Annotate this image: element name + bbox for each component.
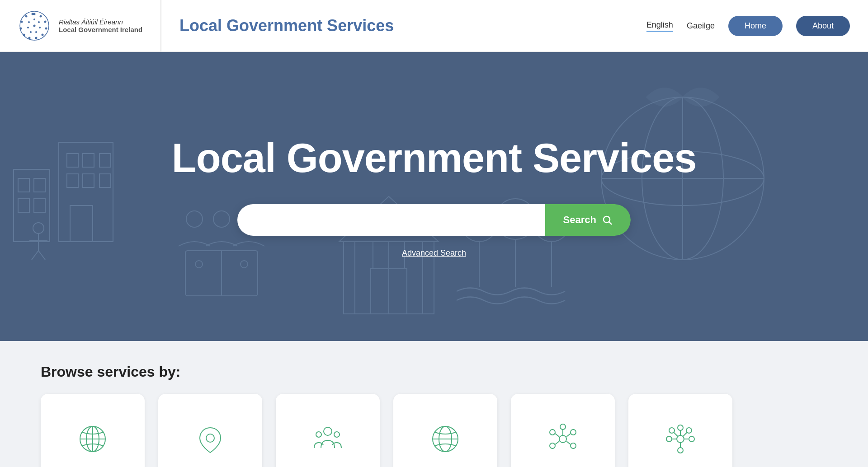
browse-card-network2[interactable]	[628, 394, 732, 467]
svg-line-38	[38, 251, 45, 260]
svg-point-17	[30, 31, 32, 33]
browse-card-globe1[interactable]	[41, 394, 145, 467]
search-button[interactable]: Search	[545, 204, 631, 236]
network2-icon	[665, 423, 696, 455]
hero-title: Local Government Services	[172, 135, 697, 182]
svg-point-89	[677, 435, 684, 443]
svg-point-78	[559, 435, 566, 443]
browse-title: Browse services by:	[41, 364, 827, 380]
language-gaeilge[interactable]: Gaeilge	[687, 21, 715, 31]
svg-point-2	[40, 15, 42, 18]
svg-rect-32	[99, 174, 111, 187]
svg-point-39	[186, 211, 203, 227]
svg-point-65	[604, 216, 610, 223]
header: Rialtas Áitiúil Éireann Local Government…	[0, 0, 868, 52]
svg-point-92	[678, 425, 683, 430]
language-english[interactable]: English	[646, 20, 673, 32]
logo-line2: Local Government Ireland	[59, 26, 142, 33]
hero-section: Local Government Services Search Advance…	[0, 52, 868, 341]
svg-point-3	[44, 21, 47, 23]
logo-text: Rialtas Áitiúil Éireann Local Government…	[59, 18, 142, 33]
network-icon	[547, 423, 579, 455]
hero-background-icons	[0, 52, 868, 341]
globe-icon	[77, 423, 108, 455]
svg-point-71	[206, 434, 214, 442]
browse-card-globe2[interactable]	[393, 394, 497, 467]
svg-point-34	[33, 223, 44, 234]
svg-point-19	[28, 21, 30, 23]
svg-point-80	[571, 430, 576, 435]
logo-section: Rialtas Áitiúil Éireann Local Government…	[18, 0, 161, 51]
logo-line1: Rialtas Áitiúil Éireann	[59, 18, 142, 26]
svg-rect-24	[34, 178, 45, 192]
search-button-label: Search	[563, 214, 596, 226]
svg-point-40	[213, 211, 230, 227]
browse-cards	[41, 394, 827, 467]
svg-point-20	[33, 25, 36, 27]
svg-line-84	[566, 434, 571, 437]
svg-line-85	[555, 441, 559, 444]
svg-rect-22	[59, 142, 113, 242]
svg-point-91	[689, 436, 694, 442]
svg-rect-48	[371, 269, 407, 314]
location-icon	[194, 423, 226, 455]
globe2-icon	[429, 423, 461, 455]
svg-rect-31	[83, 174, 94, 187]
header-nav: English Gaeilge Home About	[646, 16, 850, 36]
svg-line-83	[555, 434, 559, 437]
advanced-search-link[interactable]: Advanced Search	[402, 248, 466, 258]
svg-point-44	[195, 261, 203, 268]
svg-point-6	[35, 37, 38, 39]
svg-rect-26	[34, 199, 45, 212]
svg-point-45	[241, 261, 248, 268]
about-button[interactable]: About	[796, 16, 850, 36]
svg-rect-27	[67, 154, 78, 167]
svg-line-101	[683, 432, 687, 436]
svg-rect-30	[67, 174, 78, 187]
svg-rect-28	[83, 154, 94, 167]
svg-rect-33	[70, 205, 93, 242]
browse-card-network[interactable]	[511, 394, 615, 467]
svg-point-8	[23, 34, 25, 36]
browse-card-people[interactable]	[276, 394, 380, 467]
svg-rect-23	[18, 178, 29, 192]
home-button[interactable]: Home	[728, 16, 783, 36]
svg-rect-21	[14, 169, 50, 242]
svg-point-90	[666, 436, 672, 442]
svg-point-12	[32, 13, 34, 15]
header-title: Local Government Services	[161, 16, 646, 35]
svg-point-11	[25, 15, 28, 18]
search-input[interactable]	[237, 204, 545, 236]
svg-line-86	[566, 441, 571, 444]
svg-point-7	[28, 37, 31, 39]
svg-point-14	[38, 21, 40, 23]
people-group-icon	[312, 423, 344, 455]
svg-point-13	[33, 19, 35, 20]
search-bar-container: Search	[237, 204, 631, 236]
svg-point-4	[45, 28, 47, 30]
svg-rect-25	[18, 199, 29, 212]
svg-line-66	[609, 222, 612, 225]
svg-point-93	[678, 448, 683, 453]
svg-point-79	[550, 430, 555, 435]
svg-line-37	[32, 251, 38, 260]
svg-line-100	[674, 432, 678, 436]
svg-point-15	[39, 27, 41, 28]
svg-point-72	[324, 427, 332, 435]
svg-point-5	[42, 34, 44, 36]
logo-icon	[18, 9, 51, 42]
svg-point-87	[560, 424, 566, 430]
svg-rect-42	[185, 251, 258, 296]
svg-point-74	[334, 432, 340, 437]
search-icon	[602, 215, 613, 225]
svg-point-9	[20, 28, 22, 30]
svg-point-18	[27, 27, 29, 28]
svg-point-73	[316, 432, 321, 437]
svg-point-81	[550, 443, 555, 448]
svg-point-82	[571, 443, 576, 448]
browse-section: Browse services by:	[0, 341, 868, 467]
svg-point-16	[35, 31, 37, 33]
svg-rect-29	[99, 154, 111, 167]
svg-point-10	[21, 21, 23, 23]
browse-card-location[interactable]	[158, 394, 262, 467]
